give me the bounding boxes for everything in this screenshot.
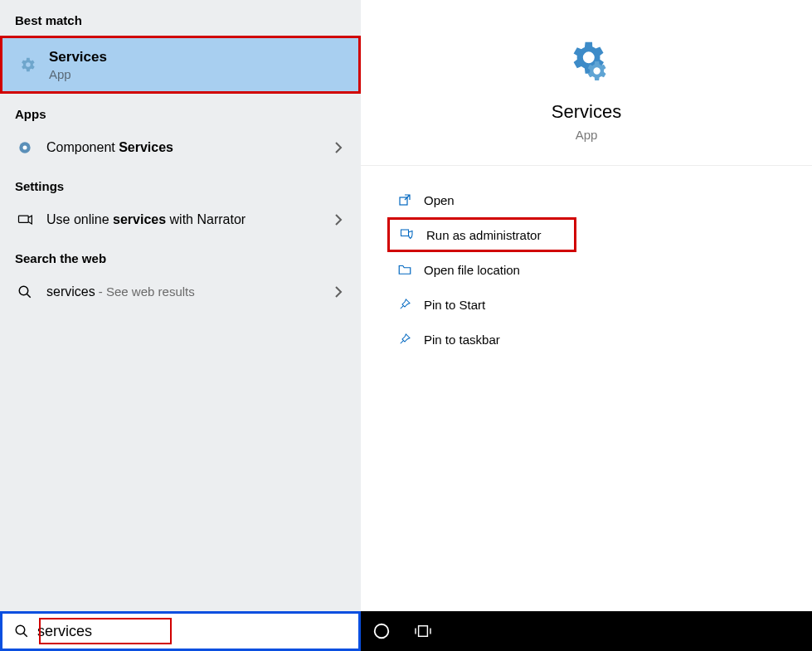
chevron-right-icon <box>334 214 343 226</box>
taskbar-rest <box>444 611 812 651</box>
section-apps: Apps <box>0 94 361 129</box>
narrator-icon <box>15 210 35 230</box>
chevron-right-icon <box>334 286 343 298</box>
pin-icon <box>392 330 417 348</box>
settings-result-label: Use online services with Narrator <box>46 212 246 227</box>
preview-subtitle: App <box>576 128 598 142</box>
action-run-as-admin[interactable]: Run as administrator <box>387 217 576 252</box>
best-match-subtitle: App <box>49 67 107 81</box>
cortana-button[interactable] <box>361 611 402 651</box>
svg-line-4 <box>27 294 31 298</box>
best-match-title: Services <box>49 49 107 66</box>
preview-title: Services <box>552 101 621 123</box>
component-services-icon <box>15 138 35 158</box>
svg-rect-6 <box>401 230 409 236</box>
taskbar <box>0 611 812 651</box>
svg-point-7 <box>16 625 25 634</box>
search-icon <box>15 282 35 302</box>
services-large-icon <box>563 38 610 85</box>
section-web: Search the web <box>0 238 361 274</box>
svg-point-1 <box>23 146 27 150</box>
action-open[interactable]: Open <box>387 182 812 217</box>
svg-rect-2 <box>19 216 29 222</box>
action-run-admin-label: Run as administrator <box>426 228 541 242</box>
search-icon <box>12 622 31 640</box>
web-result-label: services - See web results <box>46 284 195 299</box>
task-view-button[interactable] <box>402 611 444 651</box>
preview-actions: Open Run as administrator Open file loca… <box>361 166 812 357</box>
chevron-right-icon <box>334 142 343 153</box>
apps-result-component-services[interactable]: Component Services <box>0 129 361 166</box>
action-pin-taskbar-label: Pin to taskbar <box>424 333 500 347</box>
preview-panel: Services App Open Run as administrator <box>361 0 812 611</box>
action-pin-taskbar[interactable]: Pin to taskbar <box>387 322 812 357</box>
apps-result-label: Component Services <box>46 140 173 155</box>
services-gear-icon <box>17 55 37 75</box>
action-open-loc-label: Open file location <box>424 263 520 277</box>
settings-result-narrator[interactable]: Use online services with Narrator <box>0 202 361 238</box>
svg-point-3 <box>19 286 28 295</box>
section-best-match: Best match <box>0 0 361 36</box>
web-result-services[interactable]: services - See web results <box>0 274 361 310</box>
action-pin-start-label: Pin to Start <box>424 298 485 312</box>
action-pin-start[interactable]: Pin to Start <box>387 287 812 322</box>
svg-rect-10 <box>419 626 428 637</box>
svg-line-8 <box>23 633 27 637</box>
best-match-result-services[interactable]: Services App <box>0 36 361 94</box>
pin-icon <box>392 295 417 313</box>
section-settings: Settings <box>0 166 361 202</box>
svg-point-9 <box>375 624 389 639</box>
admin-shield-icon <box>395 226 420 244</box>
action-open-label: Open <box>424 193 455 207</box>
folder-icon <box>392 260 417 279</box>
search-input[interactable] <box>37 623 358 640</box>
preview-header: Services App <box>361 0 812 166</box>
search-results-panel: Best match Services App Apps Component S… <box>0 0 361 611</box>
open-icon <box>392 191 417 209</box>
taskbar-search[interactable] <box>0 611 361 651</box>
action-open-location[interactable]: Open file location <box>387 252 812 287</box>
